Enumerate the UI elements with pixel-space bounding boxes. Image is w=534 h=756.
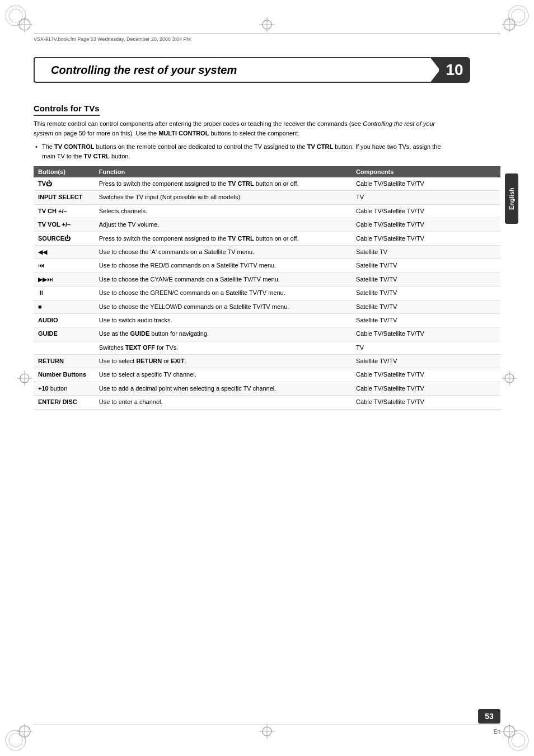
crosshair-right-mid: [502, 370, 517, 386]
svg-point-30: [508, 730, 528, 750]
crosshair-left-mid: [17, 370, 32, 386]
cell-component: Satellite TV/TV: [352, 313, 500, 327]
table-row: +10 buttonUse to add a decimal point whe…: [34, 382, 500, 395]
cell-button: ◀◀: [34, 245, 95, 259]
section-heading: Controls for TVs: [34, 104, 100, 116]
cell-function: Use to choose the YELLOW/D commands on a…: [95, 300, 352, 313]
th-component: Components: [352, 166, 500, 177]
cell-button: ⏸: [34, 287, 95, 300]
language-tab: English: [505, 173, 518, 224]
cell-button: ▶▶⏭: [34, 273, 95, 286]
cell-function: Use to select RETURN or EXIT.: [95, 355, 352, 368]
intro-text: This remote control can control componen…: [34, 119, 448, 138]
chapter-title-text-box: Controlling the rest of your system: [43, 57, 430, 83]
page-label: En: [494, 729, 500, 735]
cell-function: Switches TEXT OFF for TVs.: [95, 341, 352, 354]
header-bar: VSX-917V.book.fm Page 53 Wednesday, Dece…: [34, 34, 500, 44]
chapter-number-badge: 10: [439, 57, 470, 83]
table-row: ⏸Use to choose the GREEN/C commands on a…: [34, 287, 500, 300]
cell-component: Cable TV/Satellite TV/TV: [352, 327, 500, 341]
chapter-title-box: Controlling the rest of your system 10: [34, 57, 470, 83]
svg-point-27: [512, 9, 525, 22]
chapter-title-area: Controlling the rest of your system 10: [34, 56, 500, 84]
table-row: TV VOL +/–Adjust the TV volume.Cable TV/…: [34, 218, 500, 232]
cell-function: Use to choose the CYAN/E commands on a S…: [95, 273, 352, 286]
cell-component: Satellite TV: [352, 245, 500, 259]
cell-function: Use to choose the RED/B commands on a Sa…: [95, 259, 352, 273]
cell-button: ■: [34, 300, 95, 313]
cell-component: Cable TV/Satellite TV/TV: [352, 232, 500, 245]
crosshair-top-mid: [259, 17, 275, 32]
th-function: Function: [95, 166, 352, 177]
bullet-item: The TV CONTROL buttons on the remote con…: [34, 142, 448, 161]
footer-area: 53: [34, 708, 500, 725]
cell-component: Satellite TV/TV: [352, 300, 500, 313]
cell-component: TV: [352, 341, 500, 354]
cell-component: Cable TV/Satellite TV/TV: [352, 204, 500, 218]
cell-component: Cable TV/Satellite TV/TV: [352, 368, 500, 382]
file-info-text: VSX-917V.book.fm Page 53 Wednesday, Dece…: [34, 36, 191, 42]
cell-button: RETURN: [34, 355, 95, 368]
cell-function: Press to switch the component assigned t…: [95, 177, 352, 191]
cell-function: Press to switch the component assigned t…: [95, 232, 352, 245]
cell-component: Cable TV/Satellite TV/TV: [352, 177, 500, 191]
cell-button: Number Buttons: [34, 368, 95, 382]
svg-point-25: [9, 9, 22, 22]
cell-function: Switches the TV input (Not possible with…: [95, 191, 352, 204]
cell-button: ENTER/ DISC: [34, 396, 95, 409]
table-row: ⏮Use to choose the RED/B commands on a S…: [34, 259, 500, 273]
table-row: Number ButtonsUse to select a specific T…: [34, 368, 500, 382]
cell-button: GUIDE: [34, 327, 95, 341]
cell-component: Satellite TV/TV: [352, 259, 500, 273]
cell-function: Use to select a specific TV channel.: [95, 368, 352, 382]
cell-function: Adjust the TV volume.: [95, 218, 352, 232]
cell-button: AUDIO: [34, 313, 95, 327]
deco-circle-bl: [4, 729, 27, 752]
svg-point-31: [512, 734, 525, 747]
cell-component: Satellite TV/TV: [352, 287, 500, 300]
table-row: GUIDEUse as the GUIDE button for navigat…: [34, 327, 500, 341]
cell-component: Cable TV/Satellite TV/TV: [352, 382, 500, 395]
chapter-title: Controlling the rest of your system: [51, 64, 237, 77]
cell-button: TV CH +/–: [34, 204, 95, 218]
table-row: RETURNUse to select RETURN or EXIT.Satel…: [34, 355, 500, 368]
main-content: Controls for TVs This remote control can…: [34, 104, 500, 700]
cell-button: TV⏻: [34, 177, 95, 191]
page-number-badge: 53: [478, 709, 500, 724]
cell-function: Use to enter a channel.: [95, 396, 352, 409]
table-row: ◀◀Use to choose the 'A' commands on a Sa…: [34, 245, 500, 259]
chapter-title-border-left: [34, 57, 43, 83]
svg-point-29: [9, 734, 22, 747]
cell-function: Use to add a decimal point when selectin…: [95, 382, 352, 395]
cell-function: Use to switch audio tracks.: [95, 313, 352, 327]
deco-circle-tr: [507, 4, 530, 27]
cell-function: Use as the GUIDE button for navigating.: [95, 327, 352, 341]
cell-component: Satellite TV/TV: [352, 355, 500, 368]
table-row: SOURCE⏻Press to switch the component ass…: [34, 232, 500, 245]
cell-button: ⏮: [34, 259, 95, 273]
table-row: INPUT SELECTSwitches the TV input (Not p…: [34, 191, 500, 204]
table-row: ▶▶⏭Use to choose the CYAN/E commands on …: [34, 273, 500, 286]
svg-point-24: [6, 6, 26, 26]
cell-button: INPUT SELECT: [34, 191, 95, 204]
cell-component: Cable TV/Satellite TV/TV: [352, 218, 500, 232]
controls-table: Button(s) Function Components TV⏻Press t…: [34, 166, 500, 410]
svg-point-26: [508, 6, 528, 26]
table-row: TV⏻Press to switch the component assigne…: [34, 177, 500, 191]
crosshair-bottom-mid: [259, 724, 275, 739]
cell-function: Use to choose the GREEN/C commands on a …: [95, 287, 352, 300]
table-row: ENTER/ DISCUse to enter a channel.Cable …: [34, 396, 500, 409]
deco-circle-br: [507, 729, 530, 752]
cell-component: Satellite TV/TV: [352, 273, 500, 286]
cell-button: TV VOL +/–: [34, 218, 95, 232]
cell-function: Use to choose the 'A' commands on a Sate…: [95, 245, 352, 259]
deco-circle-tl: [4, 4, 27, 27]
table-row: ■Use to choose the YELLOW/D commands on …: [34, 300, 500, 313]
table-row: AUDIOUse to switch audio tracks.Satellit…: [34, 313, 500, 327]
cell-function: Selects channels.: [95, 204, 352, 218]
table-row: Switches TEXT OFF for TVs.TV: [34, 341, 500, 354]
th-button: Button(s): [34, 166, 95, 177]
cell-button: [34, 341, 95, 354]
svg-point-28: [6, 730, 26, 750]
table-header-row: Button(s) Function Components: [34, 166, 500, 177]
